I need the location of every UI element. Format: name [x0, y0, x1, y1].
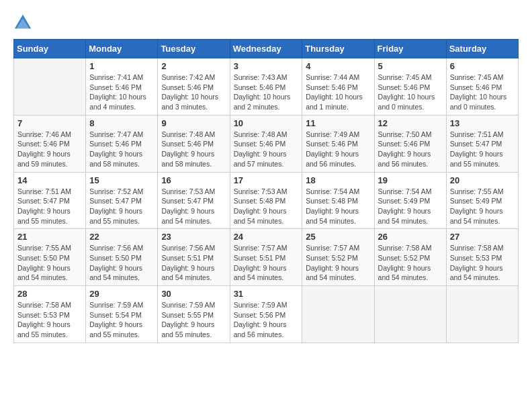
day-info: Sunrise: 7:59 AM Sunset: 5:54 PM Dayligh… [89, 300, 154, 340]
day-info: Sunrise: 7:53 AM Sunset: 5:48 PM Dayligh… [234, 187, 299, 226]
day-number: 9 [161, 118, 226, 128]
calendar-cell: 25Sunrise: 7:57 AM Sunset: 5:52 PM Dayli… [302, 229, 374, 286]
calendar-cell: 23Sunrise: 7:56 AM Sunset: 5:51 PM Dayli… [158, 229, 230, 286]
calendar-cell: 31Sunrise: 7:59 AM Sunset: 5:56 PM Dayli… [230, 286, 302, 343]
day-info: Sunrise: 7:58 AM Sunset: 5:53 PM Dayligh… [450, 243, 515, 283]
day-number: 1 [89, 61, 154, 71]
day-number: 22 [89, 232, 154, 242]
day-number: 29 [89, 289, 154, 299]
day-info: Sunrise: 7:58 AM Sunset: 5:52 PM Dayligh… [378, 243, 443, 283]
calendar-cell: 6Sunrise: 7:45 AM Sunset: 5:46 PM Daylig… [446, 58, 518, 116]
weekday-header-friday: Friday [374, 40, 446, 58]
day-info: Sunrise: 7:55 AM Sunset: 5:49 PM Dayligh… [450, 187, 515, 226]
week-row-2: 7Sunrise: 7:46 AM Sunset: 5:46 PM Daylig… [14, 115, 519, 172]
day-info: Sunrise: 7:48 AM Sunset: 5:46 PM Dayligh… [234, 130, 299, 169]
day-info: Sunrise: 7:59 AM Sunset: 5:55 PM Dayligh… [161, 300, 226, 340]
day-info: Sunrise: 7:50 AM Sunset: 5:46 PM Dayligh… [378, 130, 443, 169]
calendar-cell: 29Sunrise: 7:59 AM Sunset: 5:54 PM Dayli… [86, 286, 158, 343]
day-info: Sunrise: 7:44 AM Sunset: 5:46 PM Dayligh… [306, 73, 370, 112]
calendar-cell: 3Sunrise: 7:43 AM Sunset: 5:46 PM Daylig… [230, 58, 302, 116]
calendar-body: 1Sunrise: 7:41 AM Sunset: 5:46 PM Daylig… [14, 58, 519, 343]
day-number: 10 [234, 118, 299, 128]
day-number: 20 [450, 175, 515, 185]
page-header [13, 13, 519, 32]
day-info: Sunrise: 7:43 AM Sunset: 5:46 PM Dayligh… [234, 73, 299, 112]
calendar-cell: 1Sunrise: 7:41 AM Sunset: 5:46 PM Daylig… [86, 58, 158, 116]
day-number: 26 [378, 232, 443, 242]
week-row-5: 28Sunrise: 7:58 AM Sunset: 5:53 PM Dayli… [14, 286, 519, 343]
calendar-cell: 7Sunrise: 7:46 AM Sunset: 5:46 PM Daylig… [14, 115, 86, 172]
calendar-cell: 20Sunrise: 7:55 AM Sunset: 5:49 PM Dayli… [446, 172, 518, 229]
day-number: 27 [450, 232, 515, 242]
calendar-cell: 30Sunrise: 7:59 AM Sunset: 5:55 PM Dayli… [158, 286, 230, 343]
calendar-cell: 4Sunrise: 7:44 AM Sunset: 5:46 PM Daylig… [302, 58, 374, 116]
day-info: Sunrise: 7:59 AM Sunset: 5:56 PM Dayligh… [234, 300, 299, 340]
day-number: 21 [17, 232, 82, 242]
day-info: Sunrise: 7:51 AM Sunset: 5:47 PM Dayligh… [17, 187, 82, 226]
day-number: 7 [17, 118, 82, 128]
weekday-header-tuesday: Tuesday [158, 40, 230, 58]
calendar-cell: 5Sunrise: 7:45 AM Sunset: 5:46 PM Daylig… [374, 58, 446, 116]
day-info: Sunrise: 7:47 AM Sunset: 5:46 PM Dayligh… [89, 130, 154, 169]
weekday-header-thursday: Thursday [302, 40, 374, 58]
calendar-cell [302, 286, 374, 343]
day-info: Sunrise: 7:42 AM Sunset: 5:46 PM Dayligh… [161, 73, 226, 112]
day-number: 11 [306, 118, 370, 128]
day-number: 17 [234, 175, 299, 185]
day-info: Sunrise: 7:54 AM Sunset: 5:48 PM Dayligh… [306, 187, 370, 226]
weekday-header-row: SundayMondayTuesdayWednesdayThursdayFrid… [14, 40, 519, 58]
day-number: 3 [234, 61, 299, 71]
day-number: 23 [161, 232, 226, 242]
day-number: 24 [234, 232, 299, 242]
day-info: Sunrise: 7:58 AM Sunset: 5:53 PM Dayligh… [17, 300, 82, 340]
day-info: Sunrise: 7:49 AM Sunset: 5:46 PM Dayligh… [306, 130, 370, 169]
calendar-cell: 16Sunrise: 7:53 AM Sunset: 5:47 PM Dayli… [158, 172, 230, 229]
calendar-cell: 19Sunrise: 7:54 AM Sunset: 5:49 PM Dayli… [374, 172, 446, 229]
calendar-table: SundayMondayTuesdayWednesdayThursdayFrid… [13, 39, 519, 343]
day-info: Sunrise: 7:46 AM Sunset: 5:46 PM Dayligh… [17, 130, 82, 169]
day-number: 6 [450, 61, 515, 71]
calendar-cell: 12Sunrise: 7:50 AM Sunset: 5:46 PM Dayli… [374, 115, 446, 172]
day-number: 31 [234, 289, 299, 299]
day-info: Sunrise: 7:56 AM Sunset: 5:50 PM Dayligh… [89, 243, 154, 283]
week-row-3: 14Sunrise: 7:51 AM Sunset: 5:47 PM Dayli… [14, 172, 519, 229]
calendar-cell: 24Sunrise: 7:57 AM Sunset: 5:51 PM Dayli… [230, 229, 302, 286]
day-number: 19 [378, 175, 443, 185]
calendar-cell: 15Sunrise: 7:52 AM Sunset: 5:47 PM Dayli… [86, 172, 158, 229]
day-info: Sunrise: 7:48 AM Sunset: 5:46 PM Dayligh… [161, 130, 226, 169]
calendar-cell: 28Sunrise: 7:58 AM Sunset: 5:53 PM Dayli… [14, 286, 86, 343]
day-number: 13 [450, 118, 515, 128]
day-info: Sunrise: 7:55 AM Sunset: 5:50 PM Dayligh… [17, 243, 82, 283]
day-number: 4 [306, 61, 370, 71]
day-number: 30 [161, 289, 226, 299]
day-info: Sunrise: 7:52 AM Sunset: 5:47 PM Dayligh… [89, 187, 154, 226]
day-info: Sunrise: 7:57 AM Sunset: 5:52 PM Dayligh… [306, 243, 370, 283]
logo-icon [13, 13, 32, 32]
weekday-header-sunday: Sunday [14, 40, 86, 58]
week-row-1: 1Sunrise: 7:41 AM Sunset: 5:46 PM Daylig… [14, 58, 519, 116]
calendar-cell: 10Sunrise: 7:48 AM Sunset: 5:46 PM Dayli… [230, 115, 302, 172]
day-number: 8 [89, 118, 154, 128]
calendar-cell [374, 286, 446, 343]
day-info: Sunrise: 7:45 AM Sunset: 5:46 PM Dayligh… [450, 73, 515, 112]
day-number: 25 [306, 232, 370, 242]
day-number: 18 [306, 175, 370, 185]
calendar-cell [446, 286, 518, 343]
weekday-header-saturday: Saturday [446, 40, 518, 58]
calendar-cell: 26Sunrise: 7:58 AM Sunset: 5:52 PM Dayli… [374, 229, 446, 286]
day-info: Sunrise: 7:51 AM Sunset: 5:47 PM Dayligh… [450, 130, 515, 169]
day-info: Sunrise: 7:41 AM Sunset: 5:46 PM Dayligh… [89, 73, 154, 112]
day-info: Sunrise: 7:57 AM Sunset: 5:51 PM Dayligh… [234, 243, 299, 283]
calendar-cell: 21Sunrise: 7:55 AM Sunset: 5:50 PM Dayli… [14, 229, 86, 286]
logo [13, 13, 35, 32]
calendar-cell: 27Sunrise: 7:58 AM Sunset: 5:53 PM Dayli… [446, 229, 518, 286]
calendar-cell: 11Sunrise: 7:49 AM Sunset: 5:46 PM Dayli… [302, 115, 374, 172]
day-info: Sunrise: 7:53 AM Sunset: 5:47 PM Dayligh… [161, 187, 226, 226]
day-number: 2 [161, 61, 226, 71]
calendar-cell: 13Sunrise: 7:51 AM Sunset: 5:47 PM Dayli… [446, 115, 518, 172]
weekday-header-wednesday: Wednesday [230, 40, 302, 58]
calendar-cell: 14Sunrise: 7:51 AM Sunset: 5:47 PM Dayli… [14, 172, 86, 229]
calendar-cell: 8Sunrise: 7:47 AM Sunset: 5:46 PM Daylig… [86, 115, 158, 172]
day-info: Sunrise: 7:56 AM Sunset: 5:51 PM Dayligh… [161, 243, 226, 283]
day-number: 15 [89, 175, 154, 185]
